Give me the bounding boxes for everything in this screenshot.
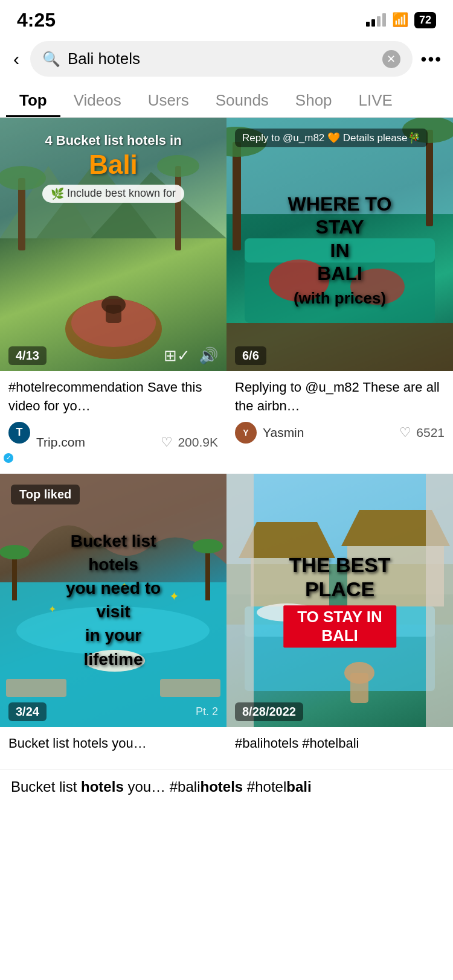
card3-title: Bucket list hotels you…: [8, 734, 218, 753]
svg-point-27: [193, 539, 223, 553]
card2-counter: 6/6: [235, 346, 266, 365]
overlay-badge-1: 🌿 Include best known for: [42, 185, 184, 203]
slideshow-icon: ⊞✓: [164, 346, 190, 365]
tab-users[interactable]: Users: [135, 91, 202, 117]
card4-meta: #balihotels #hotelbali: [226, 727, 453, 770]
card2-avatar: Y: [235, 422, 257, 444]
bottom-strip: Bucket list hotels you… #balihotels #hot…: [0, 769, 453, 804]
svg-rect-13: [233, 142, 241, 250]
overlay-best-sub-4: TO STAY IN BALI: [283, 605, 397, 648]
svg-rect-46: [226, 474, 254, 727]
card1-like-count: ♡ 200.9K: [161, 434, 218, 450]
card2-author-info: Y Yasmin: [235, 422, 304, 444]
card1-author-info: T ✓ Trip.com: [8, 422, 85, 463]
overlay-text-1: 4 Bucket list hotels in Bali 🌿 Include b…: [0, 118, 226, 371]
status-icons: 📶 72: [366, 12, 436, 28]
card1-bottom-bar: 4/13 ⊞✓ 🔊: [0, 340, 226, 371]
status-time: 4:25: [17, 9, 56, 31]
svg-text:✦: ✦: [169, 590, 179, 603]
card1-counter: 4/13: [8, 346, 47, 365]
card3-label: Pt. 2: [196, 705, 218, 718]
card3-meta: Bucket list hotels you…: [0, 727, 226, 770]
tab-sounds[interactable]: Sounds: [202, 91, 282, 117]
card2-like-count: ♡ 6521: [399, 425, 445, 441]
wifi-icon: 📶: [392, 12, 408, 28]
card2-meta: Replying to @u_m82 These are all the air…: [226, 371, 453, 454]
bold-bali: bali: [286, 778, 311, 795]
video-thumb-4: THE BEST PLACE TO STAY IN BALI 8/28/2022: [226, 474, 453, 727]
search-input-wrap[interactable]: 🔍 Bali hotels ✕: [30, 41, 413, 77]
clear-button[interactable]: ✕: [382, 50, 400, 68]
overlay-center-3: Bucket list hotelsyou need to visitin yo…: [57, 529, 170, 671]
bold-hotels: hotels: [81, 778, 124, 795]
signal-icon: [366, 13, 386, 27]
tab-shop[interactable]: Shop: [282, 91, 345, 117]
card1-author-row: T ✓ Trip.com ♡ 200.9K: [8, 422, 218, 463]
card1-title: #hotelrecommendation Save this video for…: [8, 378, 218, 416]
search-tabs: Top Videos Users Sounds Shop LIVE: [0, 81, 453, 118]
status-bar: 4:25 📶 72: [0, 0, 453, 36]
overlay-small-title-1: 4 Bucket list hotels in: [45, 132, 181, 150]
video-thumb-1: 4 Bucket list hotels in Bali 🌿 Include b…: [0, 118, 226, 371]
overlay-center-2: WHERE TO STAYINBALI(with prices): [283, 180, 397, 308]
card2-title: Replying to @u_m82 These are all the air…: [235, 378, 445, 416]
battery-indicator: 72: [414, 12, 436, 28]
card2-bottom-bar: 6/6: [226, 340, 453, 371]
tab-top[interactable]: Top: [6, 91, 60, 117]
more-options-button[interactable]: •••: [421, 49, 442, 69]
card2-author-row: Y Yasmin ♡ 6521: [235, 422, 445, 444]
svg-rect-28: [6, 679, 66, 697]
video-grid: 4 Bucket list hotels in Bali 🌿 Include b…: [0, 118, 453, 769]
video-thumb-2: Reply to @u_m82 🧡 Details please🎋 WHERE …: [226, 118, 453, 371]
overlay-best-4: THE BEST PLACE: [283, 553, 397, 602]
card4-bottom-bar: 8/28/2022: [226, 696, 453, 727]
svg-text:✦: ✦: [48, 604, 56, 614]
video-card-3[interactable]: ✦ ✦ ✦ Top liked Bucket list hotelsyou ne…: [0, 474, 226, 770]
video-thumb-3: ✦ ✦ ✦ Top liked Bucket list hotelsyou ne…: [0, 474, 226, 727]
video-card-1[interactable]: 4 Bucket list hotels in Bali 🌿 Include b…: [0, 118, 226, 474]
top-liked-badge: Top liked: [11, 485, 80, 504]
svg-rect-47: [426, 474, 453, 727]
card4-counter: 8/28/2022: [235, 702, 303, 721]
bold-hotels2: hotels: [200, 778, 243, 795]
back-button[interactable]: ‹: [11, 46, 22, 72]
video-card-4[interactable]: THE BEST PLACE TO STAY IN BALI 8/28/2022…: [226, 474, 453, 770]
card2-author-name: Yasmin: [263, 425, 304, 440]
search-icon: 🔍: [42, 51, 60, 68]
overlay-center-4: THE BEST PLACE TO STAY IN BALI: [283, 553, 397, 648]
card3-bottom-bar: 3/24 Pt. 2: [0, 696, 226, 727]
tab-videos[interactable]: Videos: [60, 91, 135, 117]
svg-rect-29: [160, 679, 220, 697]
reply-badge-2: Reply to @u_m82 🧡 Details please🎋: [235, 129, 428, 147]
card1-verified: ✓: [4, 453, 13, 463]
volume-icon: 🔊: [199, 346, 218, 365]
card1-avatar: T: [8, 422, 30, 444]
search-text: Bali hotels: [68, 49, 375, 68]
tab-live[interactable]: LIVE: [345, 91, 406, 117]
card1-author-name: Trip.com: [36, 435, 85, 450]
card3-counter: 3/24: [8, 702, 47, 721]
heart-icon-2: ♡: [399, 425, 411, 441]
video-card-2[interactable]: Reply to @u_m82 🧡 Details please🎋 WHERE …: [226, 118, 453, 474]
card1-media-icons: ⊞✓ 🔊: [164, 346, 218, 365]
svg-point-25: [0, 545, 30, 559]
heart-icon-1: ♡: [161, 434, 173, 450]
overlay-big-title-1: Bali: [89, 150, 138, 180]
svg-rect-26: [205, 546, 210, 600]
overlay-bucket-3: Bucket list hotelsyou need to visitin yo…: [57, 529, 170, 671]
overlay-where-2: WHERE TO STAYINBALI(with prices): [283, 192, 397, 308]
card4-title: #balihotels #hotelbali: [235, 734, 445, 753]
search-bar-row: ‹ 🔍 Bali hotels ✕ •••: [0, 36, 453, 81]
card1-meta: #hotelrecommendation Save this video for…: [0, 371, 226, 474]
